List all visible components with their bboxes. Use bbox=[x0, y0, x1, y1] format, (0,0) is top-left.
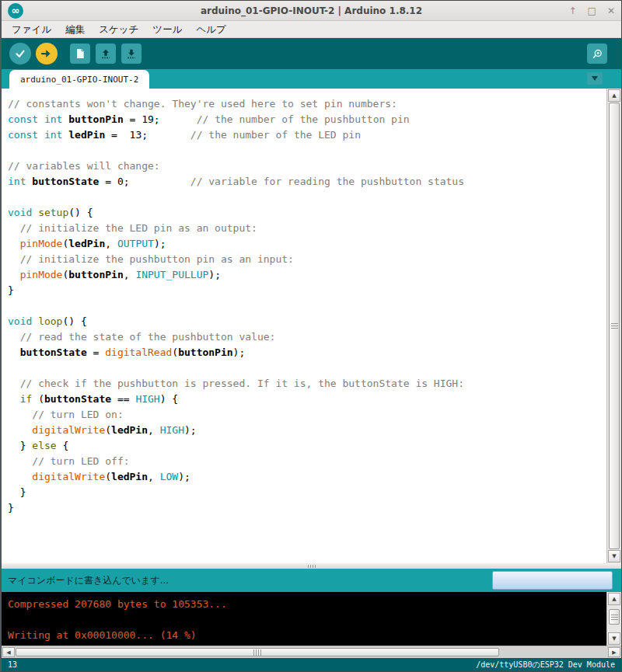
horizontal-scrollbar[interactable]: ◀ ▶ bbox=[2, 646, 621, 658]
up-arrow-icon bbox=[100, 47, 112, 60]
console-lines: Compressed 207680 bytes to 105353... Wri… bbox=[2, 592, 621, 643]
menubar: ファイル 編集 スケッチ ツール ヘルプ bbox=[2, 21, 621, 38]
console-line: Writing at 0x00010000... (14 %) bbox=[8, 628, 603, 643]
grip bbox=[260, 649, 261, 656]
scroll-down-button[interactable]: ▼ bbox=[608, 550, 620, 562]
arduino-ide-window: ∞ arduino_01-GPIO-INOUT-2 | Arduino 1.8.… bbox=[0, 0, 622, 672]
grip bbox=[308, 565, 309, 568]
grip bbox=[253, 649, 254, 656]
code-line bbox=[8, 298, 603, 314]
code-line: void loop() { bbox=[8, 314, 603, 329]
grip bbox=[611, 323, 618, 324]
triangle-right-icon: ▶ bbox=[612, 649, 616, 656]
grip bbox=[611, 617, 618, 618]
code-line: } else { bbox=[8, 438, 603, 454]
code-line: // initialize the pushbutton pin as an i… bbox=[8, 252, 603, 267]
code-line: // variables will change: bbox=[8, 158, 603, 174]
tab-active-sketch[interactable]: arduino_01-GPIO-INOUT-2 bbox=[9, 70, 149, 89]
code-line: digitalWrite(ledPin, LOW); bbox=[8, 469, 603, 485]
triangle-down-icon: ▼ bbox=[612, 553, 616, 559]
status-message: マイコンボードに書き込んでいます... bbox=[8, 574, 169, 587]
triangle-down-icon: ▼ bbox=[612, 635, 616, 642]
board-port-info: /dev/ttyUSB0のESP32 Dev Module bbox=[476, 660, 615, 670]
footer-bar: 13 /dev/ttyUSB0のESP32 Dev Module bbox=[2, 658, 621, 671]
save-sketch-button[interactable] bbox=[121, 44, 142, 64]
grip bbox=[256, 649, 257, 656]
magnifier-icon bbox=[591, 47, 604, 61]
document-icon bbox=[74, 47, 86, 60]
triangle-left-icon: ◀ bbox=[6, 649, 10, 656]
console-scrollbar-thumb[interactable] bbox=[609, 609, 620, 625]
grip bbox=[611, 328, 618, 329]
minimize-button[interactable]: ↑ bbox=[569, 5, 577, 16]
code-lines: // constants won't change. They're used … bbox=[2, 89, 621, 516]
upload-button[interactable] bbox=[36, 43, 58, 64]
code-line: // turn LED off: bbox=[8, 454, 603, 469]
code-line: } bbox=[8, 500, 603, 516]
scroll-down-button[interactable]: ▼ bbox=[608, 632, 620, 645]
menu-item-edit[interactable]: 編集 bbox=[58, 21, 92, 38]
grip bbox=[611, 615, 618, 615]
window-title: arduino_01-GPIO-INOUT-2 | Arduino 1.8.12 bbox=[2, 5, 621, 16]
chevron-down-icon bbox=[592, 76, 598, 81]
editor-vertical-scrollbar[interactable]: ▲ ▼ bbox=[606, 89, 621, 563]
editor-console-splitter[interactable] bbox=[2, 563, 621, 569]
down-arrow-icon bbox=[125, 47, 138, 60]
editor-scrollbar-thumb[interactable] bbox=[609, 103, 620, 549]
cursor-line-number: 13 bbox=[8, 660, 17, 669]
scroll-left-button[interactable]: ◀ bbox=[2, 647, 15, 657]
close-button[interactable]: ✕ bbox=[607, 5, 615, 16]
upload-progress-bar bbox=[492, 571, 613, 590]
console-vertical-scrollbar[interactable]: ▲ ▼ bbox=[606, 592, 621, 646]
triangle-up-icon: ▲ bbox=[612, 596, 616, 602]
code-line: buttonState = digitalRead(buttonPin); bbox=[8, 345, 603, 360]
menu-item-file[interactable]: ファイル bbox=[5, 21, 58, 38]
titlebar: ∞ arduino_01-GPIO-INOUT-2 | Arduino 1.8.… bbox=[2, 1, 621, 21]
console-line bbox=[8, 612, 603, 628]
menu-item-help[interactable]: ヘルプ bbox=[189, 21, 232, 38]
status-bar: マイコンボードに書き込んでいます... bbox=[2, 569, 621, 592]
scroll-up-button[interactable]: ▲ bbox=[608, 89, 620, 102]
toolbar bbox=[2, 38, 621, 69]
tabbar: arduino_01-GPIO-INOUT-2 bbox=[2, 69, 621, 89]
code-line: const int buttonPin = 19; // the number … bbox=[8, 112, 603, 127]
new-sketch-button[interactable] bbox=[70, 44, 90, 64]
code-editor[interactable]: // constants won't change. They're used … bbox=[2, 89, 621, 563]
grip bbox=[310, 565, 311, 568]
open-sketch-button[interactable] bbox=[96, 44, 116, 64]
code-line: pinMode(ledPin, OUTPUT); bbox=[8, 236, 603, 252]
tab-menu-button[interactable] bbox=[587, 72, 603, 85]
code-line: // turn LED on: bbox=[8, 407, 603, 423]
horizontal-scrollbar-thumb[interactable] bbox=[16, 648, 499, 656]
menu-item-tools[interactable]: ツール bbox=[145, 21, 189, 38]
code-line: digitalWrite(ledPin, HIGH); bbox=[8, 423, 603, 438]
code-line bbox=[8, 143, 603, 158]
verify-button[interactable] bbox=[9, 43, 31, 64]
code-line: // initialize the LED pin as an output: bbox=[8, 221, 603, 236]
console-output: Compressed 207680 bytes to 105353... Wri… bbox=[2, 592, 621, 646]
grip bbox=[315, 565, 316, 568]
right-arrow-icon bbox=[40, 47, 54, 61]
code-line: } bbox=[8, 485, 603, 500]
menu-item-sketch[interactable]: スケッチ bbox=[92, 21, 145, 38]
code-line: int buttonState = 0; // variable for rea… bbox=[8, 174, 603, 190]
code-line: if (buttonState == HIGH) { bbox=[8, 392, 603, 407]
code-line: void setup() { bbox=[8, 205, 603, 221]
code-line bbox=[8, 360, 603, 376]
scroll-up-button[interactable]: ▲ bbox=[608, 593, 620, 605]
triangle-up-icon: ▲ bbox=[612, 92, 616, 99]
grip bbox=[313, 565, 313, 568]
code-line: pinMode(buttonPin, INPUT_PULLUP); bbox=[8, 267, 603, 283]
tab-label: arduino_01-GPIO-INOUT-2 bbox=[20, 75, 138, 85]
code-line: // constants won't change. They're used … bbox=[8, 96, 603, 112]
code-line bbox=[8, 190, 603, 205]
scroll-right-button[interactable]: ▶ bbox=[608, 647, 620, 657]
grip bbox=[258, 649, 259, 656]
maximize-button[interactable]: □ bbox=[588, 5, 596, 16]
grip bbox=[611, 619, 618, 620]
serial-monitor-button[interactable] bbox=[587, 44, 607, 64]
code-line: } bbox=[8, 283, 603, 298]
code-line: // check if the pushbutton is pressed. I… bbox=[8, 376, 603, 392]
code-line: const int ledPin = 13; // the number of … bbox=[8, 127, 603, 143]
check-icon bbox=[13, 47, 27, 61]
